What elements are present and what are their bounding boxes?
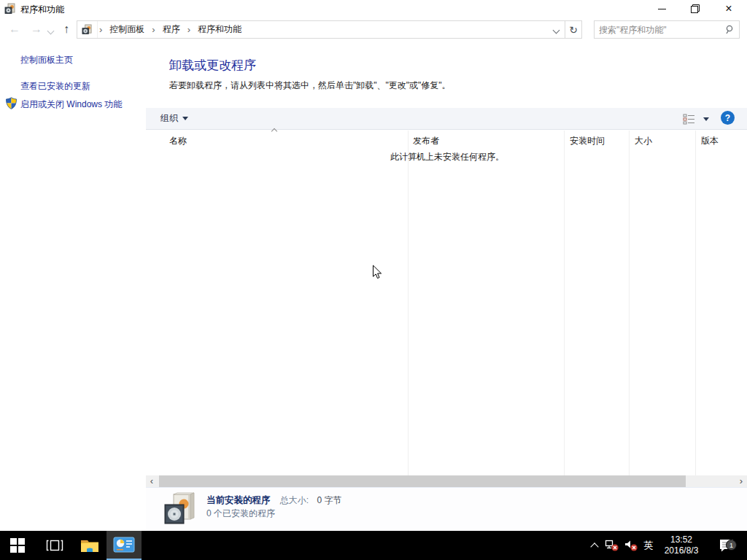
column-header-size[interactable]: 大小: [635, 135, 652, 147]
command-toolbar: 组织 ?: [146, 108, 747, 130]
tray-expand-button[interactable]: [587, 531, 603, 560]
clock[interactable]: 13:52 2016/8/3: [659, 531, 704, 560]
scrollbar-thumb[interactable]: [159, 475, 686, 487]
breadcrumb-separator: ›: [186, 24, 192, 35]
installed-count: 0 个已安装的程序: [206, 508, 275, 520]
uac-shield-icon: [5, 97, 18, 112]
details-summary: 当前安装的程序 总大小: 0 字节: [206, 494, 342, 507]
title-bar: 程序和功能 ×: [0, 0, 747, 18]
recent-pages-chevron-icon[interactable]: [48, 26, 53, 36]
back-icon[interactable]: ←: [9, 20, 20, 38]
view-options-chevron-icon[interactable]: [700, 112, 712, 126]
breadcrumb-separator: ›: [98, 24, 104, 35]
program-list: 名称 发布者 安装时间 大小 版本 此计算机上未安装任何程序。: [146, 131, 747, 475]
address-dropdown-chevron-icon[interactable]: [547, 25, 565, 35]
sidebar-item-control-panel-home[interactable]: 控制面板主页: [20, 54, 73, 66]
windows-logo-icon: [10, 538, 25, 553]
sidebar-item-view-installed-updates[interactable]: 查看已安装的更新: [20, 80, 90, 93]
breadcrumb-separator: ›: [150, 24, 156, 35]
date-label: 2016/8/3: [665, 545, 699, 556]
refresh-button[interactable]: ↻: [565, 20, 582, 39]
column-divider: [695, 131, 696, 475]
address-bar[interactable]: › 控制面板 › 程序 › 程序和功能: [77, 20, 565, 39]
page-title: 卸载或更改程序: [169, 57, 256, 74]
app-icon[interactable]: [4, 3, 16, 17]
sidebar-item-windows-features[interactable]: 启用或关闭 Windows 功能: [20, 98, 122, 111]
breadcrumb-programs-and-features[interactable]: 程序和功能: [192, 21, 247, 38]
network-status-button[interactable]: [603, 531, 622, 560]
organize-button[interactable]: 组织: [156, 108, 193, 129]
location-icon[interactable]: [77, 21, 98, 38]
column-divider: [629, 131, 630, 475]
start-button[interactable]: [0, 531, 35, 560]
action-center-button[interactable]: 1: [712, 531, 741, 560]
language-label: 英: [644, 539, 654, 552]
column-header-installed-on[interactable]: 安装时间: [570, 135, 605, 147]
volume-button[interactable]: [622, 531, 640, 560]
empty-list-message: 此计算机上未安装任何程序。: [390, 151, 504, 163]
help-button[interactable]: ?: [721, 111, 735, 125]
column-divider: [564, 131, 565, 475]
search-icon[interactable]: [725, 25, 735, 36]
page-description: 若要卸载程序，请从列表中将其选中，然后单击"卸载"、"更改"或"修复"。: [169, 79, 451, 92]
up-icon[interactable]: ↑: [63, 20, 69, 38]
volume-muted-icon: [624, 539, 638, 552]
task-view-icon: [46, 537, 63, 553]
column-header-version[interactable]: 版本: [701, 135, 719, 147]
notification-badge: 1: [726, 540, 737, 551]
column-divider: [408, 131, 409, 475]
desktop: 程序和功能 × ← → ↑: [0, 0, 747, 560]
minimize-button[interactable]: [645, 0, 678, 18]
breadcrumb-control-panel[interactable]: 控制面板: [104, 21, 150, 38]
installed-programs-icon: [162, 492, 197, 529]
scroll-right-icon[interactable]: ›: [735, 475, 747, 487]
change-view-button[interactable]: [681, 112, 698, 126]
close-button[interactable]: ×: [712, 0, 746, 18]
navigation-bar: ← → ↑ › 控制面板 › 程序 ›: [0, 18, 747, 41]
horizontal-scrollbar[interactable]: ‹ ›: [146, 475, 747, 487]
file-explorer-button[interactable]: [73, 531, 107, 560]
chevron-up-icon: [590, 542, 598, 551]
programs-and-features-window: 程序和功能 × ← → ↑: [0, 0, 747, 531]
language-indicator[interactable]: 英: [639, 531, 658, 560]
organize-label: 组织: [160, 112, 178, 125]
network-disconnected-icon: [605, 539, 619, 552]
time-label: 13:52: [670, 534, 692, 545]
column-header-publisher[interactable]: 发布者: [413, 135, 439, 147]
control-panel-icon: [113, 537, 135, 553]
column-header-name[interactable]: 名称: [169, 135, 187, 147]
search-box: [594, 20, 740, 39]
chevron-down-icon: [182, 117, 188, 120]
forward-icon[interactable]: →: [31, 20, 42, 38]
task-view-button[interactable]: [38, 531, 71, 560]
window-title: 程序和功能: [20, 4, 64, 16]
restore-button[interactable]: [678, 0, 712, 18]
search-input[interactable]: [599, 22, 721, 37]
refresh-icon: ↻: [569, 24, 578, 36]
total-size-value: 0 字节: [317, 495, 342, 505]
file-explorer-icon: [80, 538, 99, 553]
details-title: 当前安装的程序: [206, 495, 271, 505]
help-icon: ?: [725, 113, 730, 123]
sort-ascending-icon: [272, 129, 278, 135]
breadcrumb-programs[interactable]: 程序: [157, 21, 186, 38]
taskbar: 英 13:52 2016/8/3 1: [0, 531, 747, 560]
details-pane: 当前安装的程序 总大小: 0 字节 0 个已安装的程序: [146, 487, 747, 531]
scroll-left-icon[interactable]: ‹: [146, 475, 158, 487]
programs-and-features-taskbar-button[interactable]: [107, 531, 142, 560]
total-size-label: 总大小:: [280, 495, 309, 505]
